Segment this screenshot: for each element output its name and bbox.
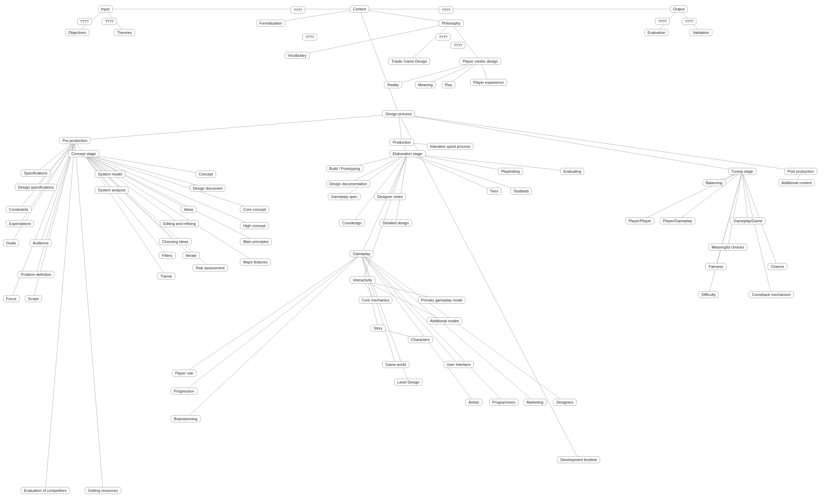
connection-line <box>742 171 748 220</box>
node-player_player[interactable]: Player/Player <box>625 217 654 224</box>
node-progression[interactable]: Progression <box>171 388 197 395</box>
node-detailed_design[interactable]: Detailed design <box>380 219 412 226</box>
node-context_q1[interactable]: ???? <box>291 7 305 14</box>
node-balancing[interactable]: Balancing <box>703 179 725 186</box>
node-game_world[interactable]: Game world <box>382 361 409 368</box>
node-player_centric[interactable]: Player centric design <box>459 58 501 65</box>
node-difficulty[interactable]: Difficulty <box>698 291 719 298</box>
node-primary_gameplay_mode[interactable]: Primary gameplay mode <box>418 297 465 304</box>
node-gameplay[interactable]: Gameplay <box>350 250 373 257</box>
connection-line <box>184 254 362 391</box>
node-context_q2[interactable]: ???? <box>439 7 453 14</box>
node-triadic[interactable]: Triadic Game Design <box>388 58 430 65</box>
node-elaboration_stage[interactable]: Elaboration stage <box>390 150 426 157</box>
node-level_design[interactable]: Level Design <box>394 379 423 386</box>
node-system_analysis[interactable]: System analysis <box>95 187 128 194</box>
node-constraints[interactable]: Constraints <box>6 206 32 213</box>
node-choosing_ideas[interactable]: Choosing ideas <box>159 238 191 245</box>
node-design_document[interactable]: Design document <box>190 185 226 192</box>
node-comeback_mechanism[interactable]: Comeback mechanism <box>749 291 794 298</box>
node-philosophy[interactable]: Philosophy <box>439 20 464 27</box>
node-high_concept[interactable]: High concept <box>240 222 268 229</box>
node-goals[interactable]: Goals <box>3 240 19 246</box>
node-formalization[interactable]: Formalization <box>256 20 285 27</box>
node-evaluation[interactable]: Evaluation <box>644 29 668 36</box>
node-pre_production[interactable]: Pre-production <box>59 137 90 144</box>
node-audience[interactable]: Audience <box>30 240 52 246</box>
node-vocabulary[interactable]: Vocabulary <box>285 52 310 59</box>
node-ideas[interactable]: Ideas <box>181 206 196 213</box>
node-gameplay_spec[interactable]: Gameplay spec <box>328 193 360 200</box>
node-specifications[interactable]: Specifications <box>21 170 51 177</box>
node-filters[interactable]: Filters <box>159 252 176 259</box>
node-additional_content[interactable]: Additional content <box>778 179 815 186</box>
node-major_features[interactable]: Major features <box>240 259 270 266</box>
node-player_role[interactable]: Player role <box>172 370 197 377</box>
node-meaning[interactable]: Meaning <box>415 81 436 88</box>
node-chance[interactable]: Chance <box>768 263 787 270</box>
node-gameplay_game[interactable]: Gameplay/Game <box>730 217 765 224</box>
node-post_production[interactable]: Post production <box>784 168 817 175</box>
node-problem_definition[interactable]: Problem definition <box>18 271 54 278</box>
node-marketing[interactable]: Marketing <box>524 399 546 406</box>
node-editing_refining[interactable]: Editing and refining <box>160 220 199 227</box>
node-tuning_stage[interactable]: Tuning stage <box>728 168 756 175</box>
node-phil_q1[interactable]: ???? <box>436 34 450 40</box>
node-evaluating[interactable]: Evaluating <box>560 168 584 175</box>
node-designers[interactable]: Designers <box>553 399 577 406</box>
node-input_q1[interactable]: ???? <box>77 18 92 25</box>
node-input_q2[interactable]: ???? <box>102 18 116 25</box>
node-brainstorming[interactable]: Brainstorming <box>171 415 200 422</box>
node-fairness[interactable]: Fairness <box>705 263 726 270</box>
node-player_gameplay[interactable]: Player/Gameplay <box>660 217 695 224</box>
node-player_exp[interactable]: Player experience <box>470 79 507 86</box>
node-design_doc2[interactable]: Design documentation <box>326 180 370 187</box>
node-system_model[interactable]: System model <box>95 171 125 178</box>
node-playtesting[interactable]: Playtesting <box>498 168 523 175</box>
node-artists[interactable]: Artists <box>465 399 482 406</box>
node-theories[interactable]: Theories <box>114 29 135 36</box>
node-iterate[interactable]: Iterate <box>182 252 199 259</box>
node-out_q2[interactable]: ???? <box>682 18 696 25</box>
node-meaningful_choices[interactable]: Meaningful choices <box>708 244 747 251</box>
node-risk_assessment[interactable]: Risk assessment <box>193 264 227 271</box>
node-reality[interactable]: Reality <box>384 81 402 88</box>
node-out_q1[interactable]: ???? <box>655 18 670 25</box>
node-core_concept[interactable]: Core concept <box>240 206 269 213</box>
node-characters[interactable]: Characters <box>408 336 433 343</box>
node-core_mechanics[interactable]: Core mechanics <box>359 297 392 304</box>
node-additional_modes[interactable]: Additional modes <box>427 317 462 324</box>
node-eval_competitors[interactable]: Evaluation of competitors <box>21 487 70 494</box>
node-play[interactable]: Play <box>442 81 455 88</box>
node-scope[interactable]: Scope <box>25 295 42 302</box>
node-interactivity[interactable]: Interactivity <box>350 277 375 284</box>
node-coredesign[interactable]: Coredesign <box>339 219 365 226</box>
node-production[interactable]: Production <box>390 139 414 146</box>
node-user_interface[interactable]: User Interface <box>444 361 474 368</box>
node-output[interactable]: Output <box>670 6 688 12</box>
node-testbeds[interactable]: Testbeds <box>510 188 532 195</box>
connection-line <box>184 254 362 373</box>
node-design_specifications[interactable]: Design specifications <box>15 184 57 191</box>
node-design_process[interactable]: Design process <box>382 110 415 117</box>
node-theme[interactable]: Theme <box>157 273 175 280</box>
node-designer_notes[interactable]: Designer notes <box>374 193 406 200</box>
node-objectives[interactable]: Objectives <box>65 29 89 36</box>
node-getting_resources[interactable]: Getting resources <box>85 487 121 494</box>
node-iterative_spiral[interactable]: Interative spiral process <box>427 143 473 150</box>
node-focus[interactable]: Focus <box>3 295 20 302</box>
node-concept_stage[interactable]: Concept stage <box>68 150 99 157</box>
node-input[interactable]: Input <box>98 6 113 12</box>
node-build_proto[interactable]: Build / Prototyping <box>326 165 363 172</box>
node-story[interactable]: Story <box>371 325 386 332</box>
node-development_timeline[interactable]: Development timeline <box>557 456 600 463</box>
node-expectations[interactable]: Expectations <box>6 220 34 227</box>
node-concept[interactable]: Concept <box>196 171 216 178</box>
node-validation[interactable]: Validation <box>689 29 712 36</box>
node-phil_q2[interactable]: ???? <box>450 42 465 49</box>
node-vocab_q[interactable]: ???? <box>302 34 317 40</box>
node-main_principles[interactable]: Main principles <box>240 238 271 245</box>
node-context[interactable]: Context <box>350 6 369 12</box>
node-tiers[interactable]: Tiers <box>487 188 501 195</box>
node-programmers[interactable]: Programmers <box>489 399 519 406</box>
